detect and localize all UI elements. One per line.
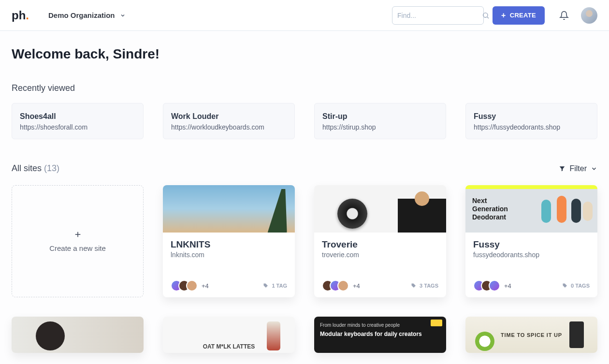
site-thumbnail xyxy=(163,185,295,233)
sites-grid: Create a new site LNKNITS lnknits.com +4 xyxy=(12,185,597,297)
app-header: ph. Demo Organization + CREATE xyxy=(0,0,609,31)
tag-icon xyxy=(562,283,568,289)
avatar xyxy=(489,280,500,291)
member-avatars: +4 xyxy=(473,280,511,291)
site-card[interactable]: LNKNITS lnknits.com +4 1 TAG xyxy=(163,185,295,297)
site-card[interactable]: Troverie troverie.com +4 3 TAGS xyxy=(314,185,446,297)
recent-card-url: https://workloudkeyboards.com xyxy=(171,123,287,131)
tag-icon xyxy=(263,283,269,289)
thumb-text: TIME TO SPICE IT UP xyxy=(501,332,562,338)
search-box[interactable] xyxy=(392,6,484,25)
main-content: Welcome back, Sindre! Recently viewed Sh… xyxy=(0,31,609,364)
welcome-heading: Welcome back, Sindre! xyxy=(12,46,597,62)
recent-card[interactable]: Shoes4all https://shoesforall.com xyxy=(12,103,144,139)
site-url: lnknits.com xyxy=(171,251,287,259)
recent-card-title: Stir-up xyxy=(322,111,438,122)
members-more: +4 xyxy=(504,282,511,290)
tags-label: 3 TAGS xyxy=(420,283,438,289)
tags-badge: 1 TAG xyxy=(263,283,287,289)
user-avatar[interactable] xyxy=(581,7,597,24)
site-thumbnail: Next Generation Deodorant xyxy=(465,185,597,233)
search-input[interactable] xyxy=(397,12,482,19)
svg-line-1 xyxy=(487,17,489,18)
create-site-card[interactable]: Create a new site xyxy=(12,185,144,297)
all-sites-title: All sites (13) xyxy=(12,163,59,174)
badge xyxy=(431,320,442,326)
search-icon xyxy=(482,12,490,19)
site-card[interactable] xyxy=(12,317,144,353)
plus-icon: + xyxy=(501,12,506,19)
site-name: Troverie xyxy=(322,239,438,250)
avatar xyxy=(337,280,349,291)
plus-icon xyxy=(74,231,82,238)
site-name: LNKNITS xyxy=(171,239,287,250)
filter-icon xyxy=(559,165,566,172)
all-sites-bar: All sites (13) Filter xyxy=(12,163,597,174)
logo-dot: . xyxy=(26,9,29,22)
site-url: troverie.com xyxy=(322,251,438,259)
org-switcher[interactable]: Demo Organization xyxy=(48,11,126,19)
site-card[interactable]: TIME TO SPICE IT UP xyxy=(465,317,597,353)
thumb-text: Modular keyboards for daily creators xyxy=(320,331,440,337)
tags-badge: 3 TAGS xyxy=(411,283,438,289)
all-sites-count: (13) xyxy=(44,163,59,173)
thumb-text: Next Generation Deodorant xyxy=(465,197,519,221)
recently-viewed-title: Recently viewed xyxy=(12,83,597,93)
sites-grid-row2: OAT M*LK LATTES From louder minds to cre… xyxy=(12,317,597,353)
filter-label: Filter xyxy=(569,164,587,173)
thumb-text: From louder minds to creative people xyxy=(320,322,440,328)
recent-card[interactable]: Fussy https://fussydeodorants.shop xyxy=(465,103,597,139)
recent-card[interactable]: Stir-up https://stirup.shop xyxy=(314,103,446,139)
site-url: fussydeodorants.shop xyxy=(473,251,590,259)
recent-card-title: Shoes4all xyxy=(20,111,135,122)
notifications-bell-icon[interactable] xyxy=(559,11,569,20)
svg-point-0 xyxy=(483,13,488,17)
recent-card[interactable]: Work Louder https://workloudkeyboards.co… xyxy=(163,103,295,139)
recent-card-title: Fussy xyxy=(474,111,589,122)
chevron-down-icon xyxy=(591,165,597,172)
recent-card-title: Work Louder xyxy=(171,111,287,122)
tags-label: 1 TAG xyxy=(272,283,287,289)
members-more: +4 xyxy=(202,282,209,290)
site-name: Fussy xyxy=(473,239,590,250)
tags-badge: 0 TAGS xyxy=(562,283,590,289)
member-avatars: +4 xyxy=(171,280,209,291)
site-card[interactable]: OAT M*LK LATTES xyxy=(163,317,295,353)
recent-card-url: https://stirup.shop xyxy=(322,123,438,131)
tag-icon xyxy=(411,283,417,289)
site-thumbnail xyxy=(314,185,446,233)
org-name: Demo Organization xyxy=(48,11,115,19)
logo-text: ph xyxy=(12,9,26,22)
members-more: +4 xyxy=(353,282,360,290)
create-button[interactable]: + CREATE xyxy=(493,6,545,25)
member-avatars: +4 xyxy=(322,280,360,291)
all-sites-label: All sites xyxy=(12,163,42,173)
logo[interactable]: ph. xyxy=(12,9,29,22)
create-label: CREATE xyxy=(510,12,536,19)
chevron-down-icon xyxy=(120,13,126,18)
thumb-text: OAT M*LK LATTES xyxy=(203,343,255,353)
recently-viewed-row: Shoes4all https://shoesforall.com Work L… xyxy=(12,103,597,139)
site-card[interactable]: Next Generation Deodorant Fussy fussydeo… xyxy=(465,185,597,297)
tags-label: 0 TAGS xyxy=(571,283,590,289)
site-card[interactable]: From louder minds to creative people Mod… xyxy=(314,317,446,353)
recent-card-url: https://fussydeodorants.shop xyxy=(474,123,589,131)
filter-button[interactable]: Filter xyxy=(559,164,597,173)
recent-card-url: https://shoesforall.com xyxy=(20,123,135,131)
create-site-label: Create a new site xyxy=(49,244,106,252)
avatar xyxy=(186,280,198,291)
